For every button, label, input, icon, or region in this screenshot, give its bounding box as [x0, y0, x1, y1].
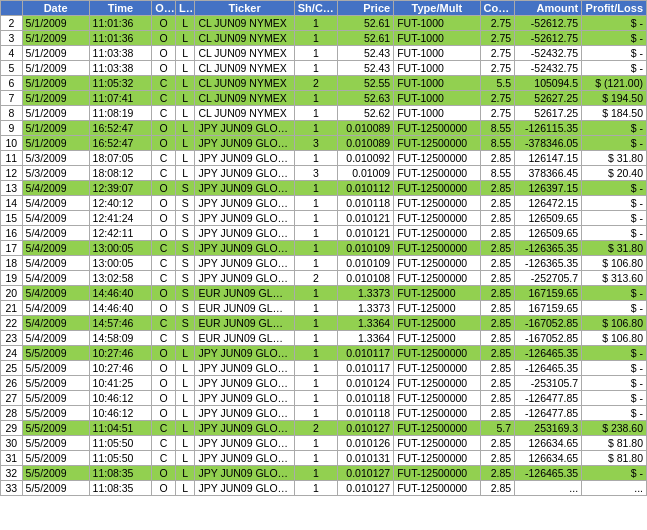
table-cell: S [175, 316, 194, 331]
table-cell: FUT-12500000 [394, 136, 480, 151]
col-shcontr-header: Sh/Contr [294, 1, 337, 16]
table-row: 75/1/200911:07:41CLCL JUN09 NYMEX152.63F… [1, 91, 647, 106]
table-cell: O [152, 181, 176, 196]
table-cell: 2.85 [480, 391, 515, 406]
table-cell: 2.85 [480, 406, 515, 421]
table-cell: L [175, 466, 194, 481]
table-cell: L [175, 391, 194, 406]
table-cell: FUT-1000 [394, 61, 480, 76]
table-cell: 1 [294, 91, 337, 106]
table-cell: 5/4/2009 [22, 301, 89, 316]
table-cell: C [152, 91, 176, 106]
table-cell: 32 [1, 466, 23, 481]
table-cell: 15 [1, 211, 23, 226]
table-cell: CL JUN09 NYMEX [195, 46, 294, 61]
table-row: 265/5/200910:41:25OLJPY JUN09 GLOBEX10.0… [1, 376, 647, 391]
table-cell: $ 81.80 [582, 451, 647, 466]
table-cell: 5/4/2009 [22, 256, 89, 271]
table-cell: EUR JUN09 GLOBEX [195, 286, 294, 301]
table-cell: L [175, 346, 194, 361]
table-cell: 1.3364 [337, 331, 393, 346]
table-cell: 0.010121 [337, 226, 393, 241]
table-cell: 3 [294, 136, 337, 151]
table-cell: 16 [1, 226, 23, 241]
table-cell: 52.43 [337, 46, 393, 61]
table-cell: 2.85 [480, 151, 515, 166]
table-cell: $ - [582, 346, 647, 361]
table-cell: 1.3373 [337, 286, 393, 301]
table-row: 165/4/200912:42:11OSJPY JUN09 GLOBEX10.0… [1, 226, 647, 241]
table-row: 235/4/200914:58:09CSEUR JUN09 GLOBEX11.3… [1, 331, 647, 346]
table-cell: 13:00:05 [89, 256, 152, 271]
table-cell: 12:40:12 [89, 196, 152, 211]
table-cell: JPY JUN09 GLOBEX [195, 211, 294, 226]
table-cell: 1 [294, 106, 337, 121]
table-cell: 5/1/2009 [22, 46, 89, 61]
table-cell: 11:01:36 [89, 16, 152, 31]
table-cell: 2.85 [480, 316, 515, 331]
table-cell: 12:42:11 [89, 226, 152, 241]
table-cell: 52.43 [337, 61, 393, 76]
table-cell: O [152, 121, 176, 136]
table-cell: 11:03:38 [89, 46, 152, 61]
table-cell: EUR JUN09 GLOBEX [195, 316, 294, 331]
table-cell: C [152, 256, 176, 271]
table-cell: O [152, 391, 176, 406]
table-cell: CL JUN09 NYMEX [195, 76, 294, 91]
col-comm-header: Comm [480, 1, 515, 16]
table-cell: FUT-12500000 [394, 391, 480, 406]
table-row: 105/1/200916:52:47OLJPY JUN09 GLOBEX30.0… [1, 136, 647, 151]
table-cell: 1 [294, 406, 337, 421]
table-cell: ... [582, 481, 647, 496]
table-cell: 23 [1, 331, 23, 346]
table-cell: 12:39:07 [89, 181, 152, 196]
table-cell: S [175, 196, 194, 211]
table-cell: 8.55 [480, 166, 515, 181]
table-cell: FUT-12500000 [394, 226, 480, 241]
table-cell: 5/5/2009 [22, 391, 89, 406]
table-cell: 2.85 [480, 466, 515, 481]
table-cell: 0.010118 [337, 391, 393, 406]
table-cell: C [152, 151, 176, 166]
col-time-header: Time [89, 1, 152, 16]
table-cell: FUT-12500000 [394, 196, 480, 211]
table-row: 285/5/200910:46:12OLJPY JUN09 GLOBEX10.0… [1, 406, 647, 421]
table-cell: 2.85 [480, 196, 515, 211]
table-cell: 1.3364 [337, 316, 393, 331]
table-cell: $ - [582, 31, 647, 46]
table-cell: JPY JUN09 GLOBEX [195, 376, 294, 391]
table-cell: $ - [582, 391, 647, 406]
table-cell: O [152, 16, 176, 31]
table-cell: S [175, 256, 194, 271]
table-cell: C [152, 106, 176, 121]
table-row: 85/1/200911:08:19CLCL JUN09 NYMEX152.62F… [1, 106, 647, 121]
table-cell: $ - [582, 121, 647, 136]
table-cell: 5/4/2009 [22, 286, 89, 301]
table-cell: 12:41:24 [89, 211, 152, 226]
table-cell: 17 [1, 241, 23, 256]
table-cell: L [175, 361, 194, 376]
table-cell: 11:08:35 [89, 466, 152, 481]
table-cell: $ 194.50 [582, 91, 647, 106]
table-cell: -253105.7 [515, 376, 582, 391]
table-cell: 2 [294, 76, 337, 91]
table-cell: $ - [582, 196, 647, 211]
table-cell: 19 [1, 271, 23, 286]
table-cell: 2.85 [480, 376, 515, 391]
table-cell: 5/5/2009 [22, 451, 89, 466]
table-cell: FUT-12500000 [394, 451, 480, 466]
table-cell: 5/4/2009 [22, 241, 89, 256]
table-cell: S [175, 286, 194, 301]
table-cell: O [152, 196, 176, 211]
table-row: 255/5/200910:27:46OLJPY JUN09 GLOBEX10.0… [1, 361, 647, 376]
table-cell: 126147.15 [515, 151, 582, 166]
table-cell: 126472.15 [515, 196, 582, 211]
table-cell: 21 [1, 301, 23, 316]
table-cell: 0.010118 [337, 196, 393, 211]
table-row: 185/4/200913:00:05CSJPY JUN09 GLOBEX10.0… [1, 256, 647, 271]
table-cell: 7 [1, 91, 23, 106]
table-cell: FUT-12500000 [394, 421, 480, 436]
table-cell: 5/5/2009 [22, 406, 89, 421]
table-cell: JPY JUN09 GLOBEX [195, 181, 294, 196]
table-cell: -52612.75 [515, 31, 582, 46]
